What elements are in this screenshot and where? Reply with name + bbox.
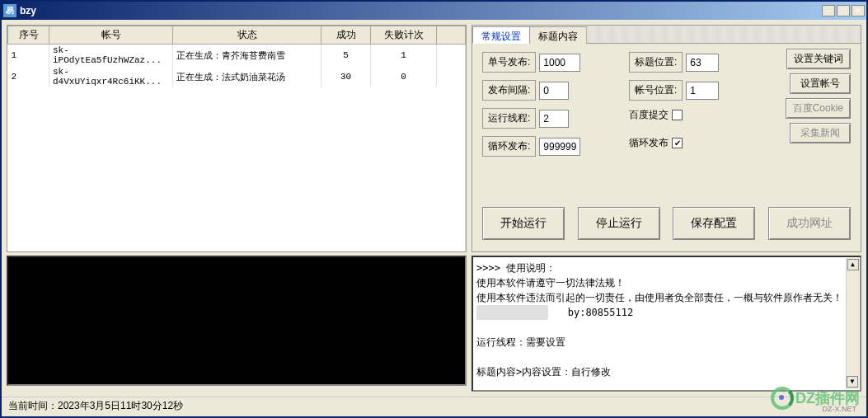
table-row[interactable]: 1 sk-iPOdytEa5fUzhWZaz... 正在生成：青芥海苔费南雪 5… <box>8 45 466 67</box>
watermark-icon <box>771 387 794 410</box>
input-run-threads[interactable] <box>539 110 569 128</box>
set-account-button[interactable]: 设置帐号 <box>790 73 851 94</box>
label-loop-publish: 循环发布: <box>482 136 536 157</box>
save-config-button[interactable]: 保存配置 <box>673 207 755 240</box>
input-loop-publish[interactable] <box>539 138 580 156</box>
scroll-up-icon[interactable]: ▲ <box>847 259 859 270</box>
stop-button[interactable]: 停止运行 <box>578 207 660 240</box>
info-line: 运行线程：需要设置 <box>476 335 856 350</box>
col-spacer <box>437 26 466 45</box>
status-prefix: 当前时间： <box>8 400 58 411</box>
label-account-pos: 帐号位置: <box>629 80 683 101</box>
window-title: bzy <box>20 5 822 16</box>
label-baidu-submit: 百度提交 <box>629 108 669 122</box>
info-line: 使用本软件违法而引起的一切责任，由使用者负全部责任，一概与软件原作者无关！ <box>476 290 856 305</box>
input-single-publish[interactable] <box>539 54 580 72</box>
scroll-down-icon[interactable]: ▼ <box>847 376 858 387</box>
close-button[interactable]: ✕ <box>852 5 865 16</box>
input-publish-interval[interactable] <box>539 82 569 100</box>
collect-news-button[interactable]: 采集新闻 <box>790 123 851 143</box>
log-console[interactable] <box>7 256 467 386</box>
success-url-button[interactable]: 成功网址 <box>768 207 851 240</box>
col-index[interactable]: 序号 <box>8 26 49 45</box>
col-success[interactable]: 成功 <box>321 26 371 45</box>
checkbox-baidu-submit[interactable] <box>672 110 683 120</box>
col-fail[interactable]: 失败计次 <box>371 26 437 45</box>
start-button[interactable]: 开始运行 <box>482 207 565 240</box>
info-line: >>>> 使用说明： <box>476 261 856 275</box>
maximize-button[interactable]: □ <box>837 5 850 16</box>
label-title-pos: 标题位置: <box>629 52 683 73</box>
label-single-publish: 单号发布: <box>482 52 536 73</box>
col-account[interactable]: 帐号 <box>49 26 173 45</box>
label-loop-pub-chk: 循环发布 <box>629 136 669 150</box>
tab-title-content[interactable]: 标题内容 <box>529 26 587 44</box>
label-publish-interval: 发布间隔: <box>482 80 536 101</box>
label-run-threads: 运行线程: <box>482 108 536 129</box>
tab-blurred <box>586 26 861 43</box>
info-line: 使用本软件请遵守一切法律法规！ <box>476 275 856 290</box>
set-keyword-button[interactable]: 设置关键词 <box>786 49 851 69</box>
input-account-pos[interactable] <box>686 82 719 100</box>
info-line: 标题内容>内容设置：自行修改 <box>476 364 856 379</box>
col-status[interactable]: 状态 <box>173 26 321 45</box>
info-panel[interactable]: >>>> 使用说明： 使用本软件请遵守一切法律法规！ 使用本软件违法而引起的一切… <box>472 256 861 392</box>
app-icon: 易 <box>3 4 16 17</box>
baidu-cookie-button[interactable]: 百度Cookie <box>786 98 851 119</box>
minimize-button[interactable]: ─ <box>822 5 835 16</box>
tab-general[interactable]: 常规设置 <box>472 26 530 44</box>
statusbar: 当前时间：2023年3月5日11时30分12秒 <box>2 397 866 413</box>
watermark-sub: DZ-X.NET <box>823 405 857 413</box>
accounts-table[interactable]: 序号 帐号 状态 成功 失败计次 1 sk-iPOdytEa5fUzhWZaz.… <box>7 25 467 252</box>
status-time: 2023年3月5日11时30分12秒 <box>58 400 183 411</box>
titlebar: 易 bzy ─ □ ✕ <box>2 2 866 20</box>
settings-panel: 常规设置 标题内容 单号发布: 发布间隔: 运行线程: <box>472 25 861 252</box>
scrollbar[interactable]: ▲ ▼ <box>846 258 859 389</box>
checkbox-loop-publish[interactable]: ✔ <box>672 138 683 148</box>
input-title-pos[interactable] <box>686 54 719 72</box>
table-row[interactable]: 2 sk-d4VxUYiqxr4Rc6iKK... 正在生成：法式奶油菜花汤 3… <box>8 66 466 87</box>
info-line: ████████████ by:80855112 <box>476 305 856 320</box>
blurred-text: ████████████ <box>476 305 548 320</box>
